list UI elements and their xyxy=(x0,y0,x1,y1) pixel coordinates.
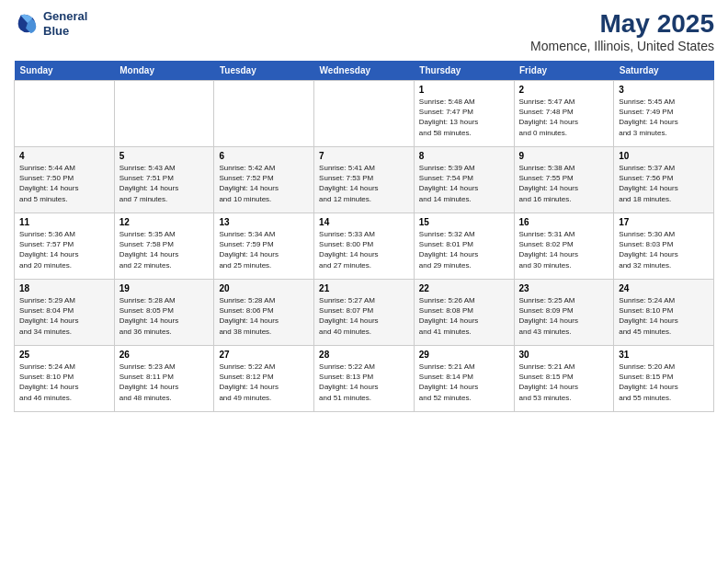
col-wednesday: Wednesday xyxy=(314,61,415,81)
day-number-25: 25 xyxy=(19,350,109,360)
day-info-21: Sunrise: 5:27 AM Sunset: 8:07 PM Dayligh… xyxy=(319,295,409,337)
col-sunday: Sunday xyxy=(15,61,115,81)
calendar-header: Sunday Monday Tuesday Wednesday Thursday… xyxy=(15,61,714,81)
day-info-9: Sunrise: 5:38 AM Sunset: 7:55 PM Dayligh… xyxy=(519,163,609,204)
day-cell-w2-d6: 9Sunrise: 5:38 AM Sunset: 7:55 PM Daylig… xyxy=(514,147,614,213)
day-info-24: Sunrise: 5:24 AM Sunset: 8:10 PM Dayligh… xyxy=(619,295,709,337)
col-tuesday: Tuesday xyxy=(214,61,314,81)
calendar-body: 1Sunrise: 5:48 AM Sunset: 7:47 PM Daylig… xyxy=(15,81,714,412)
day-cell-w2-d4: 7Sunrise: 5:41 AM Sunset: 7:53 PM Daylig… xyxy=(314,147,415,213)
header: General Blue May 2025 Momence, Illinois,… xyxy=(14,9,714,53)
day-info-30: Sunrise: 5:21 AM Sunset: 8:15 PM Dayligh… xyxy=(519,362,609,403)
day-cell-w4-d3: 20Sunrise: 5:28 AM Sunset: 8:06 PM Dayli… xyxy=(214,280,314,346)
calendar-table: Sunday Monday Tuesday Wednesday Thursday… xyxy=(14,61,714,412)
day-number-28: 28 xyxy=(319,350,409,360)
day-info-23: Sunrise: 5:25 AM Sunset: 8:09 PM Dayligh… xyxy=(519,295,609,337)
day-number-2: 2 xyxy=(519,85,609,95)
day-number-22: 22 xyxy=(419,283,509,293)
week-row-5: 25Sunrise: 5:24 AM Sunset: 8:10 PM Dayli… xyxy=(15,346,714,412)
day-info-10: Sunrise: 5:37 AM Sunset: 7:56 PM Dayligh… xyxy=(619,163,709,204)
day-number-8: 8 xyxy=(419,151,509,161)
day-cell-w3-d6: 16Sunrise: 5:31 AM Sunset: 8:02 PM Dayli… xyxy=(514,213,614,280)
day-cell-w3-d4: 14Sunrise: 5:33 AM Sunset: 8:00 PM Dayli… xyxy=(314,213,415,280)
day-cell-w4-d2: 19Sunrise: 5:28 AM Sunset: 8:05 PM Dayli… xyxy=(114,280,214,346)
week-row-2: 4Sunrise: 5:44 AM Sunset: 7:50 PM Daylig… xyxy=(15,147,714,213)
day-cell-w2-d7: 10Sunrise: 5:37 AM Sunset: 7:56 PM Dayli… xyxy=(614,147,714,213)
col-friday: Friday xyxy=(514,61,614,81)
day-cell-w3-d3: 13Sunrise: 5:34 AM Sunset: 7:59 PM Dayli… xyxy=(214,213,314,280)
day-cell-w4-d5: 22Sunrise: 5:26 AM Sunset: 8:08 PM Dayli… xyxy=(414,280,514,346)
day-cell-w1-d5: 1Sunrise: 5:48 AM Sunset: 7:47 PM Daylig… xyxy=(414,81,514,147)
day-info-22: Sunrise: 5:26 AM Sunset: 8:08 PM Dayligh… xyxy=(419,295,509,337)
day-number-30: 30 xyxy=(519,350,609,360)
header-row: Sunday Monday Tuesday Wednesday Thursday… xyxy=(15,61,714,81)
day-cell-w2-d2: 5Sunrise: 5:43 AM Sunset: 7:51 PM Daylig… xyxy=(114,147,214,213)
day-number-31: 31 xyxy=(619,350,709,360)
day-cell-w2-d5: 8Sunrise: 5:39 AM Sunset: 7:54 PM Daylig… xyxy=(414,147,514,213)
day-number-6: 6 xyxy=(219,151,309,161)
day-number-26: 26 xyxy=(119,350,210,360)
day-info-8: Sunrise: 5:39 AM Sunset: 7:54 PM Dayligh… xyxy=(419,163,509,204)
day-number-29: 29 xyxy=(419,350,509,360)
day-info-17: Sunrise: 5:30 AM Sunset: 8:03 PM Dayligh… xyxy=(619,229,709,270)
day-info-4: Sunrise: 5:44 AM Sunset: 7:50 PM Dayligh… xyxy=(19,163,109,204)
day-number-18: 18 xyxy=(19,283,109,293)
day-cell-w3-d5: 15Sunrise: 5:32 AM Sunset: 8:01 PM Dayli… xyxy=(414,213,514,280)
day-number-12: 12 xyxy=(119,217,210,227)
day-cell-w3-d2: 12Sunrise: 5:35 AM Sunset: 7:58 PM Dayli… xyxy=(114,213,214,280)
day-info-1: Sunrise: 5:48 AM Sunset: 7:47 PM Dayligh… xyxy=(419,97,509,138)
day-number-7: 7 xyxy=(319,151,409,161)
day-info-7: Sunrise: 5:41 AM Sunset: 7:53 PM Dayligh… xyxy=(319,163,409,204)
col-thursday: Thursday xyxy=(414,61,514,81)
day-number-15: 15 xyxy=(419,217,509,227)
calendar-title: May 2025 xyxy=(530,9,714,39)
col-saturday: Saturday xyxy=(614,61,714,81)
day-number-24: 24 xyxy=(619,283,709,293)
day-info-14: Sunrise: 5:33 AM Sunset: 8:00 PM Dayligh… xyxy=(319,229,409,270)
day-cell-w1-d6: 2Sunrise: 5:47 AM Sunset: 7:48 PM Daylig… xyxy=(514,81,614,147)
col-monday: Monday xyxy=(114,61,214,81)
day-cell-w3-d7: 17Sunrise: 5:30 AM Sunset: 8:03 PM Dayli… xyxy=(614,213,714,280)
day-cell-w3-d1: 11Sunrise: 5:36 AM Sunset: 7:57 PM Dayli… xyxy=(15,213,115,280)
day-cell-w5-d1: 25Sunrise: 5:24 AM Sunset: 8:10 PM Dayli… xyxy=(15,346,115,412)
day-info-15: Sunrise: 5:32 AM Sunset: 8:01 PM Dayligh… xyxy=(419,229,509,270)
day-cell-w2-d1: 4Sunrise: 5:44 AM Sunset: 7:50 PM Daylig… xyxy=(15,147,115,213)
week-row-4: 18Sunrise: 5:29 AM Sunset: 8:04 PM Dayli… xyxy=(15,280,714,346)
day-info-18: Sunrise: 5:29 AM Sunset: 8:04 PM Dayligh… xyxy=(19,295,109,337)
day-info-11: Sunrise: 5:36 AM Sunset: 7:57 PM Dayligh… xyxy=(19,229,109,270)
day-number-14: 14 xyxy=(319,217,409,227)
day-info-6: Sunrise: 5:42 AM Sunset: 7:52 PM Dayligh… xyxy=(219,163,309,204)
day-cell-w1-d2 xyxy=(114,81,214,147)
day-cell-w1-d7: 3Sunrise: 5:45 AM Sunset: 7:49 PM Daylig… xyxy=(614,81,714,147)
title-block: May 2025 Momence, Illinois, United State… xyxy=(530,9,714,53)
day-info-12: Sunrise: 5:35 AM Sunset: 7:58 PM Dayligh… xyxy=(119,229,210,270)
day-cell-w5-d2: 26Sunrise: 5:23 AM Sunset: 8:11 PM Dayli… xyxy=(114,346,214,412)
logo-line1: General xyxy=(43,9,87,24)
day-info-5: Sunrise: 5:43 AM Sunset: 7:51 PM Dayligh… xyxy=(119,163,210,204)
week-row-3: 11Sunrise: 5:36 AM Sunset: 7:57 PM Dayli… xyxy=(15,213,714,280)
day-number-20: 20 xyxy=(219,283,309,293)
day-cell-w1-d3 xyxy=(214,81,314,147)
day-cell-w2-d3: 6Sunrise: 5:42 AM Sunset: 7:52 PM Daylig… xyxy=(214,147,314,213)
day-cell-w4-d7: 24Sunrise: 5:24 AM Sunset: 8:10 PM Dayli… xyxy=(614,280,714,346)
calendar-subtitle: Momence, Illinois, United States xyxy=(530,39,714,53)
day-info-19: Sunrise: 5:28 AM Sunset: 8:05 PM Dayligh… xyxy=(119,295,210,337)
day-info-20: Sunrise: 5:28 AM Sunset: 8:06 PM Dayligh… xyxy=(219,295,309,337)
day-info-25: Sunrise: 5:24 AM Sunset: 8:10 PM Dayligh… xyxy=(19,362,109,403)
day-number-9: 9 xyxy=(519,151,609,161)
day-cell-w5-d3: 27Sunrise: 5:22 AM Sunset: 8:12 PM Dayli… xyxy=(214,346,314,412)
day-number-4: 4 xyxy=(19,151,109,161)
day-info-29: Sunrise: 5:21 AM Sunset: 8:14 PM Dayligh… xyxy=(419,362,509,403)
logo-icon xyxy=(14,11,40,37)
day-cell-w1-d1 xyxy=(15,81,115,147)
logo-line2: Blue xyxy=(43,24,87,39)
day-number-27: 27 xyxy=(219,350,309,360)
day-info-3: Sunrise: 5:45 AM Sunset: 7:49 PM Dayligh… xyxy=(619,97,709,138)
day-number-10: 10 xyxy=(619,151,709,161)
day-cell-w1-d4 xyxy=(314,81,415,147)
day-cell-w5-d5: 29Sunrise: 5:21 AM Sunset: 8:14 PM Dayli… xyxy=(414,346,514,412)
day-cell-w4-d4: 21Sunrise: 5:27 AM Sunset: 8:07 PM Dayli… xyxy=(314,280,415,346)
day-number-11: 11 xyxy=(19,217,109,227)
day-info-2: Sunrise: 5:47 AM Sunset: 7:48 PM Dayligh… xyxy=(519,97,609,138)
day-number-16: 16 xyxy=(519,217,609,227)
